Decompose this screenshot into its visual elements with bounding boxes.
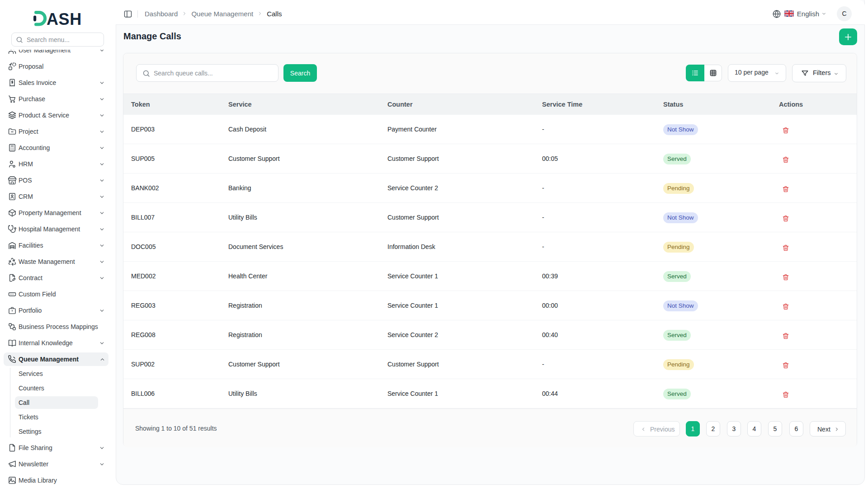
svg-text:ASH: ASH — [47, 10, 82, 28]
